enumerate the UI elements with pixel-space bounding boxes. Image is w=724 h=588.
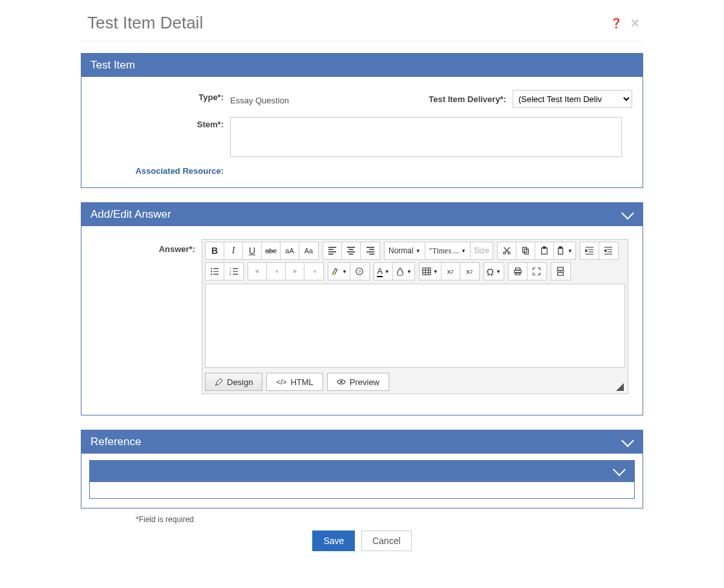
print-button[interactable] — [509, 263, 527, 280]
editor-toolbar: B I U abc aA Aa — [202, 240, 628, 282]
chevron-down-icon — [613, 463, 626, 476]
paragraph-format-select[interactable]: Normal▼ — [385, 242, 425, 259]
header-divider — [81, 41, 643, 41]
back-color-button[interactable]: ▼ — [393, 263, 414, 280]
align-left-button[interactable] — [323, 242, 342, 259]
answer-label: Answer*: — [92, 239, 202, 254]
code-icon: </> — [276, 378, 286, 386]
editor-content[interactable] — [205, 284, 625, 368]
svg-point-23 — [340, 381, 343, 383]
svg-rect-14 — [332, 274, 335, 275]
bold-button[interactable]: B — [206, 242, 224, 259]
align-right-button[interactable] — [361, 242, 379, 259]
table-button[interactable]: ▼ — [420, 263, 442, 280]
required-note: *Field is required — [136, 515, 724, 524]
fullscreen-button[interactable] — [527, 263, 546, 280]
italic-button[interactable]: I — [224, 242, 243, 259]
associated-resource-link[interactable]: Associated Resource: — [135, 166, 224, 176]
reference-panel: Reference — [81, 430, 643, 509]
align-center-button[interactable] — [342, 242, 361, 259]
paste-button[interactable] — [535, 242, 554, 259]
delivery-label: Test Item Delivery*: — [429, 94, 506, 104]
answer-panel-title: Add/Edit Answer — [90, 208, 171, 221]
uppercase-button[interactable]: aA — [281, 242, 299, 259]
bullet-list-button[interactable] — [206, 263, 224, 280]
paste-options-button[interactable]: ▼ — [554, 242, 575, 259]
svg-point-9 — [211, 271, 212, 272]
type-label: Type*: — [92, 90, 230, 102]
strikethrough-button[interactable]: abc — [262, 242, 281, 259]
undo-dropdown[interactable]: ▼ — [267, 263, 286, 280]
page-title: Test Item Detail — [87, 13, 602, 33]
cut-button[interactable] — [498, 242, 516, 259]
underline-button[interactable]: U — [243, 242, 262, 259]
svg-point-10 — [211, 273, 212, 275]
svg-rect-20 — [515, 273, 520, 275]
test-item-panel-header: Test Item — [81, 54, 643, 77]
stem-input[interactable] — [230, 117, 622, 157]
svg-rect-21 — [558, 268, 564, 270]
svg-rect-6 — [559, 248, 563, 255]
reference-content[interactable] — [89, 482, 635, 499]
reference-sub-header[interactable] — [89, 460, 635, 482]
font-size-select[interactable]: Size — [471, 242, 493, 259]
preview-tab[interactable]: Preview — [327, 373, 389, 391]
page-break-button[interactable] — [551, 263, 570, 280]
resize-handle-icon[interactable] — [616, 383, 624, 391]
reference-panel-header[interactable]: Reference — [81, 430, 643, 454]
cancel-button[interactable]: Cancel — [361, 530, 412, 551]
superscript-button[interactable]: x2 — [460, 263, 479, 280]
titlecase-button[interactable]: Aa — [299, 242, 318, 259]
answer-panel-header[interactable]: Add/Edit Answer — [81, 203, 643, 226]
svg-rect-17 — [423, 268, 431, 275]
test-item-panel-title: Test Item — [90, 59, 135, 72]
html-tab[interactable]: </> HTML — [266, 373, 323, 391]
svg-text:?: ? — [358, 269, 361, 275]
reference-panel-title: Reference — [90, 436, 141, 448]
chevron-down-icon — [621, 434, 634, 447]
help-button[interactable]: ? — [350, 263, 369, 280]
save-button[interactable]: Save — [312, 530, 355, 551]
delivery-select[interactable]: (Select Test Item Deliv — [513, 90, 632, 108]
close-icon[interactable]: ✕ — [630, 16, 640, 30]
svg-rect-22 — [558, 273, 564, 275]
copy-button[interactable] — [516, 242, 535, 259]
test-item-panel: Test Item Type*: Essay Question Test Ite… — [81, 53, 643, 188]
rich-text-editor: B I U abc aA Aa — [202, 239, 628, 394]
outdent-button[interactable] — [599, 242, 618, 259]
indent-button[interactable] — [580, 242, 599, 259]
pencil-icon — [215, 378, 223, 386]
undo-button[interactable] — [248, 263, 267, 280]
highlight-button[interactable]: ▼ — [328, 263, 350, 280]
stem-label: Stem*: — [92, 117, 230, 129]
design-tab[interactable]: Design — [205, 373, 262, 391]
svg-point-8 — [211, 268, 212, 269]
redo-button[interactable] — [286, 263, 304, 280]
svg-rect-5 — [543, 247, 546, 249]
svg-rect-7 — [559, 247, 562, 249]
chevron-down-icon — [621, 207, 634, 220]
symbol-button[interactable]: Ω▼ — [484, 263, 504, 280]
help-icon[interactable]: ❓ — [610, 17, 623, 29]
svg-rect-4 — [542, 248, 548, 255]
type-value: Essay Question — [230, 93, 359, 105]
eye-icon — [337, 377, 346, 386]
answer-panel: Add/Edit Answer Answer*: B I U abc — [81, 202, 643, 415]
font-family-select[interactable]: "Times ...▼ — [425, 242, 471, 259]
subscript-button[interactable]: x2 — [442, 263, 460, 280]
svg-text:3: 3 — [229, 273, 231, 276]
numbered-list-button[interactable]: 123 — [224, 263, 243, 280]
font-color-button[interactable]: A▼ — [374, 263, 393, 280]
redo-dropdown[interactable]: ▼ — [304, 263, 323, 280]
